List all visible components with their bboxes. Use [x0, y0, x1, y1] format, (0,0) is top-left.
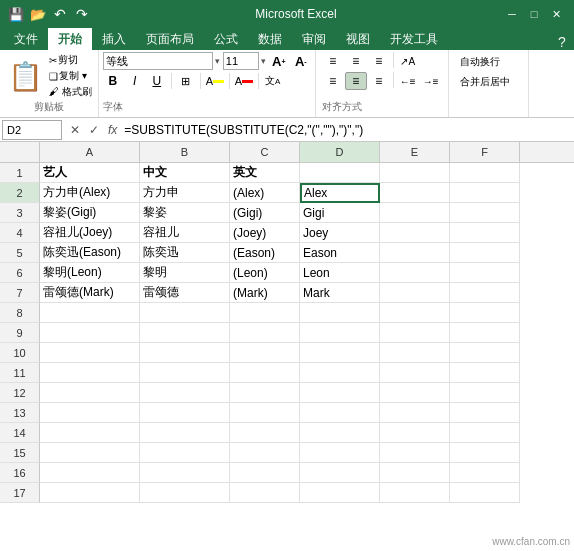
cell-B9[interactable]: [140, 323, 230, 343]
cell-D6[interactable]: Leon: [300, 263, 380, 283]
cell-B1[interactable]: 中文: [140, 163, 230, 183]
cell-C12[interactable]: [230, 383, 300, 403]
cell-E15[interactable]: [380, 443, 450, 463]
redo-icon[interactable]: ↷: [74, 6, 90, 22]
cell-D7[interactable]: Mark: [300, 283, 380, 303]
cell-A1[interactable]: 艺人: [40, 163, 140, 183]
cell-A17[interactable]: [40, 483, 140, 503]
select-all-button[interactable]: [0, 142, 40, 162]
bold-button[interactable]: B: [103, 72, 123, 90]
cell-D12[interactable]: [300, 383, 380, 403]
open-icon[interactable]: 📂: [30, 6, 46, 22]
undo-icon[interactable]: ↶: [52, 6, 68, 22]
cell-F8[interactable]: [450, 303, 520, 323]
special-char-button[interactable]: 文A: [263, 72, 283, 90]
row-header-17[interactable]: 17: [0, 483, 40, 503]
cell-E6[interactable]: [380, 263, 450, 283]
cell-A3[interactable]: 黎姿(Gigi): [40, 203, 140, 223]
cell-C2[interactable]: (Alex): [230, 183, 300, 203]
cell-B2[interactable]: 方力申: [140, 183, 230, 203]
cell-F6[interactable]: [450, 263, 520, 283]
cell-E9[interactable]: [380, 323, 450, 343]
cell-E4[interactable]: [380, 223, 450, 243]
auto-wrap-button[interactable]: 自动换行: [455, 52, 522, 72]
cell-A4[interactable]: 容祖儿(Joey): [40, 223, 140, 243]
formula-input[interactable]: =SUBSTITUTE(SUBSTITUTE(C2,"(",""),")","): [120, 120, 572, 140]
close-button[interactable]: ✕: [546, 5, 566, 23]
row-header-6[interactable]: 6: [0, 263, 40, 283]
cell-C3[interactable]: (Gigi): [230, 203, 300, 223]
tab-data[interactable]: 数据: [248, 28, 292, 50]
cell-F2[interactable]: [450, 183, 520, 203]
align-right-button[interactable]: ≡: [368, 72, 390, 90]
row-header-14[interactable]: 14: [0, 423, 40, 443]
cell-C1[interactable]: 英文: [230, 163, 300, 183]
col-header-f[interactable]: F: [450, 142, 520, 162]
cell-A15[interactable]: [40, 443, 140, 463]
cell-D16[interactable]: [300, 463, 380, 483]
increase-font-button[interactable]: A+: [269, 52, 289, 70]
minimize-button[interactable]: ─: [502, 5, 522, 23]
tab-file[interactable]: 文件: [4, 28, 48, 50]
save-icon[interactable]: 💾: [8, 6, 24, 22]
col-header-e[interactable]: E: [380, 142, 450, 162]
cell-B11[interactable]: [140, 363, 230, 383]
cell-F11[interactable]: [450, 363, 520, 383]
cell-E1[interactable]: [380, 163, 450, 183]
tab-insert[interactable]: 插入: [92, 28, 136, 50]
cell-D2[interactable]: Alex: [300, 183, 380, 203]
row-header-16[interactable]: 16: [0, 463, 40, 483]
decrease-font-button[interactable]: A-: [291, 52, 311, 70]
tab-review[interactable]: 审阅: [292, 28, 336, 50]
cell-F3[interactable]: [450, 203, 520, 223]
cell-reference-box[interactable]: D2: [2, 120, 62, 140]
cell-D5[interactable]: Eason: [300, 243, 380, 263]
cell-C4[interactable]: (Joey): [230, 223, 300, 243]
col-header-c[interactable]: C: [230, 142, 300, 162]
cell-E3[interactable]: [380, 203, 450, 223]
font-size-selector[interactable]: 11: [223, 52, 259, 70]
row-header-2[interactable]: 2: [0, 183, 40, 203]
cell-B15[interactable]: [140, 443, 230, 463]
cell-B16[interactable]: [140, 463, 230, 483]
cell-C15[interactable]: [230, 443, 300, 463]
tab-developer[interactable]: 开发工具: [380, 28, 448, 50]
cell-B6[interactable]: 黎明: [140, 263, 230, 283]
italic-button[interactable]: I: [125, 72, 145, 90]
cell-D3[interactable]: Gigi: [300, 203, 380, 223]
cell-E12[interactable]: [380, 383, 450, 403]
cell-A8[interactable]: [40, 303, 140, 323]
cell-A12[interactable]: [40, 383, 140, 403]
cell-C6[interactable]: (Leon): [230, 263, 300, 283]
cell-B3[interactable]: 黎姿: [140, 203, 230, 223]
cell-A13[interactable]: [40, 403, 140, 423]
align-left-button[interactable]: ≡: [322, 72, 344, 90]
tab-view[interactable]: 视图: [336, 28, 380, 50]
increase-indent-button[interactable]: →≡: [420, 72, 442, 90]
row-header-15[interactable]: 15: [0, 443, 40, 463]
align-middle-button[interactable]: ≡: [345, 52, 367, 70]
cell-D13[interactable]: [300, 403, 380, 423]
align-center-button[interactable]: ≡: [345, 72, 367, 90]
cell-E16[interactable]: [380, 463, 450, 483]
underline-button[interactable]: U: [147, 72, 167, 90]
cell-F13[interactable]: [450, 403, 520, 423]
cell-D9[interactable]: [300, 323, 380, 343]
cell-E14[interactable]: [380, 423, 450, 443]
cell-E10[interactable]: [380, 343, 450, 363]
align-bottom-button[interactable]: ≡: [368, 52, 390, 70]
help-icon[interactable]: ?: [554, 34, 570, 50]
cell-D4[interactable]: Joey: [300, 223, 380, 243]
format-painter-button[interactable]: 🖌 格式刷: [49, 85, 92, 99]
cell-C14[interactable]: [230, 423, 300, 443]
cell-C9[interactable]: [230, 323, 300, 343]
cell-E11[interactable]: [380, 363, 450, 383]
cell-A5[interactable]: 陈奕迅(Eason): [40, 243, 140, 263]
cell-F7[interactable]: [450, 283, 520, 303]
paste-button[interactable]: 📋: [6, 58, 45, 95]
cell-D11[interactable]: [300, 363, 380, 383]
cell-D8[interactable]: [300, 303, 380, 323]
cell-F9[interactable]: [450, 323, 520, 343]
row-header-3[interactable]: 3: [0, 203, 40, 223]
row-header-9[interactable]: 9: [0, 323, 40, 343]
